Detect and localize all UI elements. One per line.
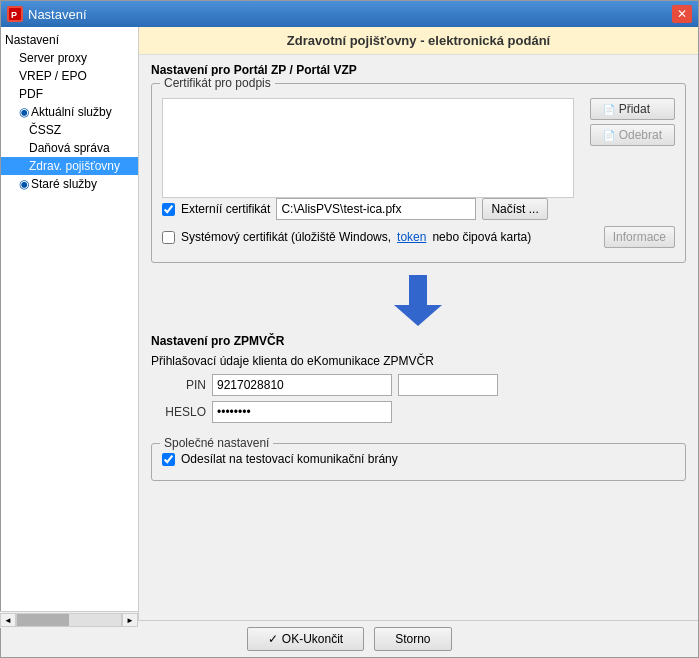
odesilat-row: Odesílat na testovací komunikační brány xyxy=(162,452,675,466)
sidebar-item-label: Zdrav. pojišťovny xyxy=(29,159,120,173)
section2-title: Nastavení pro ZPMVČR xyxy=(151,334,686,348)
dot-icon: ◉ xyxy=(19,177,29,191)
pin-label: PIN xyxy=(151,378,206,392)
system-cert-suffix: nebo čipová karta) xyxy=(432,230,531,244)
page-icon: 📄 xyxy=(603,104,615,115)
zpmvcr-section: Nastavení pro ZPMVČR Přihlašovací údaje … xyxy=(151,334,686,423)
dot-icon: ◉ xyxy=(19,105,29,119)
svg-rect-2 xyxy=(409,275,427,305)
odebrat-button[interactable]: 📄 Odebrat xyxy=(590,124,675,146)
heslo-label: HESLO xyxy=(151,405,206,419)
pin-input2[interactable] xyxy=(398,374,498,396)
pin-row: PIN xyxy=(151,374,686,396)
informace-button[interactable]: Informace xyxy=(604,226,675,248)
sidebar-item-vrep-epo[interactable]: VREP / EPO xyxy=(1,67,138,85)
cert-group-label: Certifikát pro podpis xyxy=(160,76,275,90)
arrow-container xyxy=(151,273,686,328)
main-window: P Nastavení ✕ Nastavení Server proxy VRE… xyxy=(0,0,699,658)
sidebar-item-label: Aktuální služby xyxy=(31,105,112,119)
sidebar-item-pdf[interactable]: PDF xyxy=(1,85,138,103)
ok-button[interactable]: ✓ OK-Ukončit xyxy=(247,627,364,651)
sidebar-item-danova-sprava[interactable]: Daňová správa xyxy=(1,139,138,157)
sidebar-item-cssz[interactable]: ČSSZ xyxy=(1,121,138,139)
down-arrow-icon xyxy=(391,273,446,328)
system-cert-row: Systémový certifikát (úložiště Windows, … xyxy=(162,226,675,248)
prihlasovaci-label: Přihlašovací údaje klienta do eKomunikac… xyxy=(151,354,686,368)
sidebar-item-label: Server proxy xyxy=(19,51,87,65)
system-cert-label: Systémový certifikát (úložiště Windows, xyxy=(181,230,391,244)
svg-text:P: P xyxy=(11,10,17,20)
scroll-right-button[interactable]: ► xyxy=(122,613,138,620)
cert-list[interactable] xyxy=(162,98,574,198)
cert-buttons: 📄 Přidat 📄 Odebrat xyxy=(590,98,675,146)
scroll-thumb xyxy=(17,614,69,620)
heslo-input[interactable] xyxy=(212,401,392,423)
title-bar-left: P Nastavení xyxy=(7,6,87,22)
close-button[interactable]: ✕ xyxy=(672,5,692,23)
external-cert-label: Externíí certifikát xyxy=(181,202,270,216)
scroll-left-button[interactable]: ◄ xyxy=(1,613,16,620)
pin-input[interactable] xyxy=(212,374,392,396)
cert-group-box: Certifikát pro podpis 📄 Přidat 📄 Odebrat xyxy=(151,83,686,263)
spolecne-group-box: Společné nastavení Odesílat na testovací… xyxy=(151,443,686,481)
ok-label: ✓ OK-Ukončit xyxy=(268,632,343,646)
nacist-button[interactable]: Načíst ... xyxy=(482,198,547,220)
cert-content: 📄 Přidat 📄 Odebrat xyxy=(162,98,675,198)
main-content: Nastavení pro Portál ZP / Portál VZP Cer… xyxy=(139,55,698,620)
sidebar-item-label: Staré služby xyxy=(31,177,97,191)
token-link[interactable]: token xyxy=(397,230,426,244)
page-icon: 📄 xyxy=(603,130,615,141)
sidebar-item-label: VREP / EPO xyxy=(19,69,87,83)
main-header: Zdravotní pojišťovny - elektronická podá… xyxy=(139,27,698,55)
external-cert-checkbox[interactable] xyxy=(162,203,175,216)
app-icon: P xyxy=(7,6,23,22)
sidebar-item-label: Daňová správa xyxy=(29,141,110,155)
odesilat-checkbox[interactable] xyxy=(162,453,175,466)
storno-label: Storno xyxy=(395,632,430,646)
sidebar-item-server-proxy[interactable]: Server proxy xyxy=(1,49,138,67)
external-cert-row: Externíí certifikát Načíst ... xyxy=(162,198,675,220)
heslo-row: HESLO xyxy=(151,401,686,423)
pridat-button[interactable]: 📄 Přidat xyxy=(590,98,675,120)
sidebar-item-aktualni-sluzby[interactable]: ◉Aktuální služby xyxy=(1,103,138,121)
scroll-track[interactable] xyxy=(16,613,122,620)
section1-title: Nastavení pro Portál ZP / Portál VZP xyxy=(151,63,686,77)
sidebar-item-stare-sluzby[interactable]: ◉Staré služby xyxy=(1,175,138,193)
storno-button[interactable]: Storno xyxy=(374,627,451,651)
sidebar-scrollbar: ◄ ► xyxy=(1,611,138,620)
sidebar-item-label: PDF xyxy=(19,87,43,101)
cert-path-input[interactable] xyxy=(276,198,476,220)
window-title: Nastavení xyxy=(28,7,87,22)
svg-marker-3 xyxy=(394,305,442,326)
spolecne-group-label: Společné nastavení xyxy=(160,436,273,450)
sidebar-item-label: ČSSZ xyxy=(29,123,61,137)
sidebar: Nastavení Server proxy VREP / EPO PDF ◉A… xyxy=(1,27,139,620)
main-panel: Zdravotní pojišťovny - elektronická podá… xyxy=(139,27,698,620)
odesilat-label: Odesílat na testovací komunikační brány xyxy=(181,452,398,466)
sidebar-item-nastaveni[interactable]: Nastavení xyxy=(1,31,138,49)
content-area: Nastavení Server proxy VREP / EPO PDF ◉A… xyxy=(1,27,698,620)
system-cert-checkbox[interactable] xyxy=(162,231,175,244)
sidebar-item-zdrav-pojistovny[interactable]: Zdrav. pojišťovny xyxy=(1,157,138,175)
title-bar: P Nastavení ✕ xyxy=(1,1,698,27)
